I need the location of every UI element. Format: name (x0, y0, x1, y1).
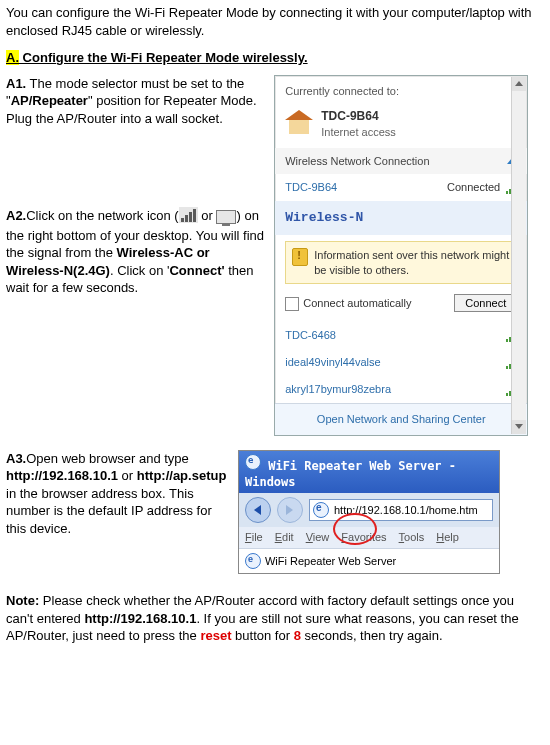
menu-edit[interactable]: Edit (275, 530, 294, 545)
ie-tab-icon (245, 553, 261, 569)
connect-button[interactable]: Connect (454, 294, 517, 312)
ie-logo-icon (245, 454, 261, 470)
connected-net-name: TDC-9B64 (285, 180, 337, 195)
wifi-selected-net[interactable]: Wireless-N (275, 201, 527, 235)
heading-prefix: A. (6, 50, 19, 65)
ie-page-icon (313, 502, 329, 518)
menu-view[interactable]: View (306, 530, 330, 545)
back-button[interactable] (245, 497, 271, 523)
wifi-header: Currently connected to: (275, 76, 527, 105)
a1-label: A1. (6, 76, 26, 91)
wifi-item-label: akryl17bymur98zebra (285, 382, 391, 397)
arrow-left-icon (254, 505, 261, 515)
forward-button[interactable] (277, 497, 303, 523)
shield-warning-icon (292, 248, 308, 266)
wifi-list-item[interactable]: ideal49vinyl44valse (275, 349, 527, 376)
row-a1: A1. The mode selector must be set to the… (6, 75, 544, 436)
wifi-connected-row[interactable]: TDC-9B64 Connected (275, 174, 527, 201)
browser-tab-title: WiFi Repeater Web Server (265, 554, 396, 569)
current-net-name: TDC-9B64 (321, 108, 396, 124)
wifi-popup-container: Currently connected to: TDC-9B64 Interne… (270, 75, 544, 436)
arrow-right-icon (286, 505, 293, 515)
wifi-section-label[interactable]: Wireless Network Connection (275, 148, 527, 175)
note-block: Note: Please check whether the AP/Router… (6, 592, 544, 645)
a3-label: A3. (6, 451, 26, 466)
note-red1: reset (200, 628, 231, 643)
note-t4: seconds, then try again. (301, 628, 443, 643)
a2-t1: Click on the network icon ( (26, 209, 178, 224)
wifi-footer-link[interactable]: Open Network and Sharing Center (275, 403, 527, 435)
a1-text: A1. The mode selector must be set to the… (6, 75, 270, 297)
wifi-section-text: Wireless Network Connection (285, 154, 429, 169)
a3-t2: or (118, 468, 137, 483)
browser-window: WiFi Repeater Web Server - Windows File … (238, 450, 500, 574)
wifi-item-label: ideal49vinyl44valse (285, 355, 380, 370)
checkbox-icon[interactable] (285, 297, 299, 311)
note-red2: 8 (294, 628, 301, 643)
connected-status: Connected (447, 180, 500, 195)
scroll-down-button[interactable] (512, 420, 526, 434)
a2-label: A2. (6, 209, 26, 224)
a3-t3: in the browser address box. This number … (6, 486, 212, 536)
wifi-popup: Currently connected to: TDC-9B64 Interne… (274, 75, 528, 436)
scroll-up-button[interactable] (512, 77, 526, 91)
menu-tools[interactable]: Tools (399, 530, 425, 545)
auto-connect-text: Connect automatically (303, 297, 411, 309)
section-a-heading: A. Configure the Wi-Fi Repeater Mode wir… (6, 49, 544, 67)
note-t3: button for (231, 628, 293, 643)
a3-bold2: http://ap.setup (137, 468, 227, 483)
signal-bars-icon (179, 207, 198, 227)
browser-tab[interactable]: WiFi Repeater Web Server (239, 549, 499, 573)
a2-or: or (198, 209, 217, 224)
browser-nav (239, 493, 499, 527)
monitor-icon (216, 210, 236, 224)
note-bold1: http://192.168.10.1 (84, 611, 196, 626)
wifi-info-box: Information sent over this network might… (285, 241, 517, 285)
a2-text: A2.Click on the network icon ( or ) on t… (6, 207, 264, 297)
menu-file[interactable]: File (245, 530, 263, 545)
note-label: Note: (6, 593, 39, 608)
wifi-list-item[interactable]: TDC-6468 (275, 322, 527, 349)
wifi-list-item[interactable]: akryl17bymur98zebra (275, 376, 527, 403)
address-bar[interactable] (309, 499, 493, 521)
menu-help[interactable]: Help (436, 530, 459, 545)
wifi-connect-row: Connect automatically Connect (275, 290, 527, 322)
row-a3: A3.Open web browser and type http://192.… (6, 450, 544, 574)
a1-bold1: AP/Repeater (11, 93, 88, 108)
a3-text: A3.Open web browser and type http://192.… (6, 450, 238, 538)
a2-t3: . Click on ' (110, 263, 170, 278)
menu-favorites[interactable]: Favorites (341, 530, 386, 545)
browser-title-text: WiFi Repeater Web Server - Windows (245, 459, 456, 489)
a2-bold2: Connect' (169, 263, 224, 278)
current-net-sub: Internet access (321, 125, 396, 140)
wifi-item-label: TDC-6468 (285, 328, 336, 343)
wifi-info-text: Information sent over this network might… (314, 248, 510, 278)
browser-menu: File Edit View Favorites Tools Help (239, 527, 499, 549)
a3-t1: Open web browser and type (26, 451, 189, 466)
browser-container: WiFi Repeater Web Server - Windows File … (238, 450, 544, 574)
address-input[interactable] (332, 504, 492, 516)
intro-text: You can configure the Wi-Fi Repeater Mod… (6, 4, 544, 39)
scrollbar[interactable] (511, 77, 526, 434)
house-icon (285, 110, 313, 138)
wifi-current-connection[interactable]: TDC-9B64 Internet access (275, 104, 527, 147)
heading-rest: Configure the Wi-Fi Repeater Mode wirele… (19, 50, 308, 65)
browser-title: WiFi Repeater Web Server - Windows (239, 451, 499, 493)
auto-connect-label[interactable]: Connect automatically (285, 296, 411, 311)
a3-bold1: http://192.168.10.1 (6, 468, 118, 483)
